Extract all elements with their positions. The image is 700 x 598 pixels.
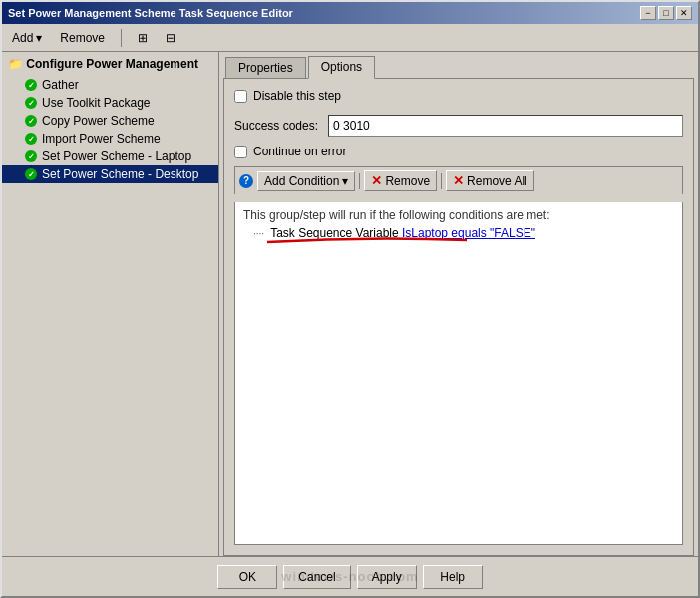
close-button[interactable]: ✕	[676, 6, 692, 20]
continue-on-error-label: Continue on error	[253, 145, 346, 158]
gather-icon	[24, 78, 38, 92]
minimize-button[interactable]: −	[640, 6, 656, 20]
condition-panel: This group/step will run if the followin…	[234, 202, 683, 545]
copy-icon	[24, 114, 38, 128]
remove-button[interactable]: Remove	[55, 28, 110, 48]
main-window: Set Power Management Scheme Task Sequenc…	[0, 0, 700, 598]
desktop-icon	[24, 167, 38, 181]
window-title: Set Power Management Scheme Task Sequenc…	[8, 7, 293, 19]
maximize-button[interactable]: □	[658, 6, 674, 20]
bottom-bar: windows-noob.com OK Cancel Apply Help	[2, 556, 698, 596]
add-condition-dropdown-icon: ▾	[342, 174, 348, 188]
tree-item-label: Import Power Scheme	[42, 132, 161, 146]
tree-item-laptop[interactable]: Set Power Scheme - Laptop	[2, 148, 218, 165]
condition-info-text: This group/step will run if the followin…	[243, 208, 674, 222]
tree-item-label: Copy Power Scheme	[42, 114, 155, 128]
condition-toolbar: ? Add Condition ▾ ✕ Remove ✕ Remove All	[234, 166, 683, 194]
help-icon: ?	[239, 174, 253, 188]
tree-item-toolkit[interactable]: Use Toolkit Package	[2, 94, 218, 112]
add-condition-label: Add Condition	[264, 174, 339, 188]
tab-properties-label: Properties	[238, 61, 293, 75]
remove-all-button[interactable]: ✕ Remove All	[446, 170, 534, 191]
cond-separator-2	[441, 173, 442, 189]
tree-item-label: Gather	[42, 78, 79, 92]
toolbar-separator	[121, 29, 122, 47]
strikethrough-area	[267, 240, 674, 246]
remove-label: Remove	[60, 31, 105, 45]
success-codes-label: Success codes:	[234, 119, 318, 133]
tree-item-import[interactable]: Import Power Scheme	[2, 130, 218, 148]
add-button[interactable]: Add ▾	[7, 28, 47, 48]
right-panel: Properties Options Disable this step Suc…	[219, 52, 698, 556]
cond-separator-1	[359, 173, 360, 189]
remove-label: Remove	[385, 174, 430, 188]
success-codes-input[interactable]	[328, 115, 683, 137]
disable-step-checkbox[interactable]	[234, 90, 247, 103]
success-codes-row: Success codes:	[234, 115, 683, 137]
add-label: Add	[12, 31, 33, 45]
tab-bar: Properties Options	[219, 52, 698, 78]
tree-header: 📁 Configure Power Management	[2, 52, 218, 76]
apply-button[interactable]: Apply	[357, 565, 417, 589]
tree-item-gather[interactable]: Gather	[2, 76, 218, 94]
add-condition-button[interactable]: Add Condition ▾	[257, 171, 355, 191]
help-button[interactable]: Help	[423, 565, 483, 589]
tab-properties[interactable]: Properties	[225, 57, 306, 78]
main-content: 📁 Configure Power Management Gather Use …	[2, 52, 698, 556]
tree-item-copy[interactable]: Copy Power Scheme	[2, 112, 218, 130]
remove-condition-button[interactable]: ✕ Remove	[364, 170, 437, 191]
tab-options-label: Options	[321, 60, 362, 74]
toolkit-icon	[24, 96, 38, 110]
tab-options[interactable]: Options	[308, 56, 375, 79]
tree-item-label: Set Power Scheme - Desktop	[42, 167, 198, 181]
ok-button[interactable]: OK	[217, 565, 277, 589]
disable-step-label: Disable this step	[253, 89, 341, 103]
laptop-icon	[24, 150, 38, 163]
red-strikethrough	[267, 236, 467, 244]
folder-icon: 📁	[8, 57, 23, 71]
continue-on-error-row: Continue on error	[234, 145, 683, 158]
condition-dots: ····	[253, 228, 264, 239]
tree-header-label: Configure Power Management	[26, 57, 198, 71]
title-bar: Set Power Management Scheme Task Sequenc…	[2, 2, 698, 24]
tree-item-desktop[interactable]: Set Power Scheme - Desktop	[2, 165, 218, 183]
tree-item-label: Set Power Scheme - Laptop	[42, 150, 191, 163]
import-icon	[24, 132, 38, 146]
remove-x-icon: ✕	[371, 173, 382, 188]
toolbar-icon-btn-2[interactable]: ⊟	[161, 28, 180, 48]
remove-all-label: Remove All	[467, 174, 527, 188]
disable-step-row: Disable this step	[234, 89, 683, 103]
cancel-button[interactable]: Cancel	[283, 565, 350, 589]
tree-item-label: Use Toolkit Package	[42, 96, 151, 110]
condition-item-wrapper: ···· Task Sequence Variable IsLaptop equ…	[243, 226, 674, 246]
add-dropdown-icon: ▾	[36, 31, 42, 45]
toolbar-icon-btn-1[interactable]: ⊞	[133, 28, 153, 48]
window-controls: − □ ✕	[640, 6, 692, 20]
remove-all-x-icon: ✕	[453, 173, 464, 188]
tree-panel: 📁 Configure Power Management Gather Use …	[2, 52, 219, 556]
options-panel: Disable this step Success codes: Continu…	[223, 78, 694, 556]
continue-on-error-checkbox[interactable]	[234, 146, 247, 158]
toolbar: Add ▾ Remove ⊞ ⊟	[2, 24, 698, 52]
